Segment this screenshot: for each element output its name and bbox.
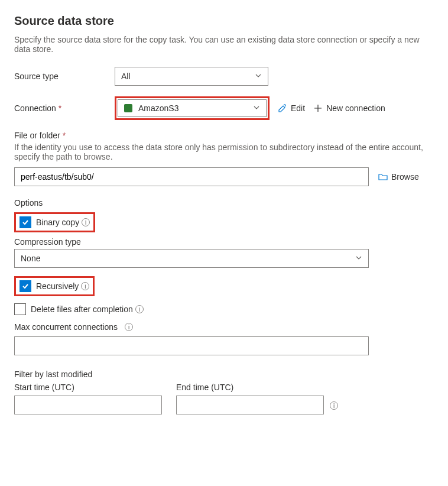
folder-icon [378,172,388,182]
highlight-connection: AmazonS3 [115,96,270,120]
info-icon[interactable]: i [330,401,338,410]
max-concurrent-input[interactable] [14,336,369,355]
binary-copy-checkbox[interactable] [20,216,31,228]
end-time-label: End time (UTC) [176,383,338,392]
max-concurrent-label: Max concurrent connections i [14,322,434,332]
info-icon[interactable]: i [81,282,89,290]
recursively-label: Recursively i [36,281,89,291]
filter-title: Filter by last modified [14,370,434,379]
start-time-input[interactable] [14,396,162,414]
highlight-binary-copy: Binary copy i [14,212,95,232]
chevron-down-icon [253,103,260,113]
info-icon[interactable]: i [82,218,90,226]
source-type-select[interactable]: All [115,67,268,86]
options-title: Options [14,198,434,208]
connection-label: Connection * [14,103,115,113]
required-asterisk: * [63,131,66,140]
amazons3-icon [124,104,132,112]
file-folder-help: If the identity you use to access the da… [14,142,434,161]
edit-connection-button[interactable]: Edit [278,103,305,113]
info-icon[interactable]: i [135,305,144,313]
recursively-checkbox[interactable] [20,280,31,292]
file-folder-input[interactable] [14,167,369,186]
connection-value: AmazonS3 [138,103,178,113]
connection-select[interactable]: AmazonS3 [118,99,267,117]
pencil-icon [278,103,287,113]
plus-icon [313,103,323,113]
info-icon[interactable]: i [125,323,133,331]
browse-button[interactable]: Browse [378,172,419,182]
page-title: Source data store [14,14,434,28]
source-type-value: All [121,72,131,81]
required-asterisk: * [59,103,61,113]
end-time-input[interactable] [176,396,324,414]
highlight-recursively: Recursively i [14,276,95,296]
delete-after-checkbox[interactable] [14,303,26,315]
start-time-label: Start time (UTC) [14,383,162,392]
new-connection-button[interactable]: New connection [313,103,385,113]
source-type-label: Source type [14,72,115,81]
binary-copy-label: Binary copy i [36,218,90,227]
compression-value: None [21,254,40,263]
compression-label: Compression type [14,237,434,247]
file-folder-label: File or folder * [14,131,434,140]
compression-select[interactable]: None [14,249,369,268]
chevron-down-icon [355,254,362,263]
delete-after-label: Delete files after completion i [31,304,144,314]
page-description: Specify the source data store for the co… [14,35,434,54]
chevron-down-icon [255,72,262,81]
